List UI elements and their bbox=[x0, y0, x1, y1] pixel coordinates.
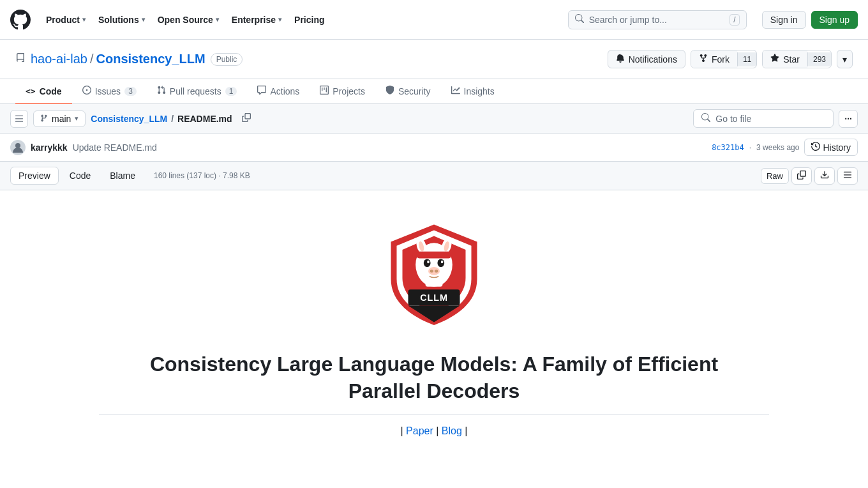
issues-tab-label: Issues bbox=[95, 86, 121, 96]
tab-pull-requests[interactable]: Pull requests 1 bbox=[147, 79, 248, 104]
global-search[interactable]: Search or jump to... / bbox=[568, 10, 747, 29]
issues-tab-badge: 3 bbox=[124, 87, 137, 96]
actions-tab-label: Actions bbox=[270, 86, 299, 96]
copy-path-button[interactable] bbox=[237, 110, 255, 127]
paper-link[interactable]: Paper bbox=[406, 425, 433, 436]
plus-icon: ▾ bbox=[842, 54, 847, 65]
tab-security[interactable]: Security bbox=[375, 79, 441, 104]
preview-tab[interactable]: Preview bbox=[10, 167, 59, 185]
github-logo[interactable] bbox=[10, 10, 31, 30]
product-chevron-icon: ▾ bbox=[82, 16, 86, 23]
security-tab-icon bbox=[385, 86, 394, 96]
code-tab[interactable]: Code bbox=[61, 167, 99, 185]
blame-tab[interactable]: Blame bbox=[101, 167, 144, 185]
repo-header: hao-ai-lab / Consistency_LLM Public Noti… bbox=[0, 40, 868, 79]
copy-raw-button[interactable] bbox=[791, 167, 812, 185]
blame-tab-label: Blame bbox=[110, 171, 135, 181]
svg-point-14 bbox=[435, 270, 438, 273]
history-label: History bbox=[823, 142, 851, 153]
commit-time: 3 weeks ago bbox=[756, 143, 799, 152]
pull-requests-tab-icon bbox=[157, 86, 166, 96]
nav-pricing[interactable]: Pricing bbox=[289, 11, 329, 29]
notifications-button[interactable]: Notifications bbox=[608, 50, 685, 68]
nav-open-source-label: Open Source bbox=[158, 15, 213, 25]
fork-icon bbox=[699, 54, 708, 65]
nav-enterprise-label: Enterprise bbox=[232, 15, 276, 25]
sidebar-toggle-button[interactable] bbox=[10, 110, 28, 128]
bell-icon bbox=[616, 54, 625, 65]
readme-title: Consistency Large Language Models: A Fam… bbox=[15, 351, 853, 404]
history-icon bbox=[811, 142, 820, 153]
download-button[interactable] bbox=[814, 167, 835, 185]
pull-requests-tab-label: Pull requests bbox=[170, 86, 221, 96]
commit-message: Update README.md bbox=[73, 142, 157, 153]
commit-author-name[interactable]: karrykkk bbox=[31, 142, 68, 153]
svg-point-9 bbox=[437, 259, 444, 268]
repo-tabs: <> Code Issues 3 Pull requests 1 Actions bbox=[0, 79, 868, 104]
branch-selector[interactable]: main ▾ bbox=[33, 111, 86, 127]
link-separator-1: | bbox=[436, 425, 442, 436]
fork-count: 11 bbox=[737, 52, 756, 66]
code-tab-label: Code bbox=[70, 171, 91, 181]
svg-rect-6 bbox=[417, 252, 451, 259]
code-tab-icon: <> bbox=[26, 86, 36, 96]
file-view-header: Preview Code Blame 160 lines (137 loc) ·… bbox=[0, 162, 868, 190]
tab-issues[interactable]: Issues 3 bbox=[72, 79, 147, 104]
svg-point-13 bbox=[430, 270, 433, 273]
tab-insights[interactable]: Insights bbox=[441, 79, 505, 104]
svg-point-8 bbox=[424, 259, 431, 268]
repo-options-button[interactable]: ▾ bbox=[837, 50, 853, 68]
repo-action-buttons: Notifications Fork 11 bbox=[608, 50, 853, 68]
raw-button[interactable]: Raw bbox=[761, 168, 789, 184]
file-stats: 160 lines (137 loc) · 7.98 KB bbox=[154, 171, 250, 180]
projects-tab-icon bbox=[320, 86, 329, 96]
nav-product-label: Product bbox=[46, 15, 80, 25]
repo-visibility-badge: Public bbox=[211, 53, 243, 66]
nav-auth-buttons: Sign in Sign up bbox=[762, 11, 858, 29]
branch-icon bbox=[40, 114, 48, 124]
branch-name: main bbox=[52, 114, 71, 124]
commit-dot-separator: · bbox=[749, 143, 751, 152]
breadcrumb-repo-link[interactable]: Consistency_LLM bbox=[91, 114, 167, 124]
link-suffix: | bbox=[465, 425, 467, 436]
nav-product[interactable]: Product ▾ bbox=[41, 11, 91, 29]
repo-name-link[interactable]: Consistency_LLM bbox=[96, 52, 206, 66]
fork-button[interactable]: Fork bbox=[691, 50, 737, 68]
star-label: Star bbox=[783, 54, 800, 65]
more-options-button[interactable]: ··· bbox=[839, 110, 858, 128]
star-button[interactable]: Star bbox=[763, 50, 807, 68]
notifications-label: Notifications bbox=[629, 54, 677, 65]
nav-enterprise[interactable]: Enterprise ▾ bbox=[227, 11, 287, 29]
nav-solutions[interactable]: Solutions ▾ bbox=[93, 11, 150, 29]
insights-tab-label: Insights bbox=[464, 86, 495, 96]
security-tab-label: Security bbox=[398, 86, 431, 96]
tab-projects[interactable]: Projects bbox=[310, 79, 375, 104]
tab-code[interactable]: <> Code bbox=[15, 79, 72, 104]
readme-content: CLLM Consistency Large Language Models: … bbox=[0, 190, 868, 462]
repo-owner-link[interactable]: hao-ai-lab bbox=[31, 52, 87, 66]
svg-point-7 bbox=[413, 252, 419, 258]
nav-open-source[interactable]: Open Source ▾ bbox=[153, 11, 224, 29]
blog-link[interactable]: Blog bbox=[442, 425, 462, 436]
toc-button[interactable] bbox=[837, 167, 858, 185]
svg-point-0 bbox=[15, 143, 20, 148]
enterprise-chevron-icon: ▾ bbox=[278, 16, 281, 23]
sign-up-button[interactable]: Sign up bbox=[811, 11, 858, 29]
solutions-chevron-icon: ▾ bbox=[142, 16, 145, 23]
star-count: 293 bbox=[807, 52, 831, 66]
readme-divider bbox=[99, 415, 769, 415]
repo-path: hao-ai-lab / Consistency_LLM bbox=[31, 52, 206, 66]
repo-path-separator: / bbox=[90, 52, 94, 66]
commit-hash-link[interactable]: 8c321b4 bbox=[712, 143, 744, 152]
open-source-chevron-icon: ▾ bbox=[216, 16, 219, 23]
search-icon bbox=[575, 14, 584, 25]
sign-in-button[interactable]: Sign in bbox=[762, 11, 806, 29]
breadcrumb: Consistency_LLM / README.md bbox=[91, 114, 232, 124]
search-placeholder-text: Search or jump to... bbox=[589, 15, 667, 25]
insights-tab-icon bbox=[451, 86, 460, 96]
file-header-bar: main ▾ Consistency_LLM / README.md Go to… bbox=[0, 104, 868, 133]
link-prefix: | bbox=[400, 425, 406, 436]
goto-file-search[interactable]: Go to file bbox=[693, 109, 834, 128]
tab-actions[interactable]: Actions bbox=[247, 79, 310, 104]
history-button[interactable]: History bbox=[804, 139, 858, 156]
